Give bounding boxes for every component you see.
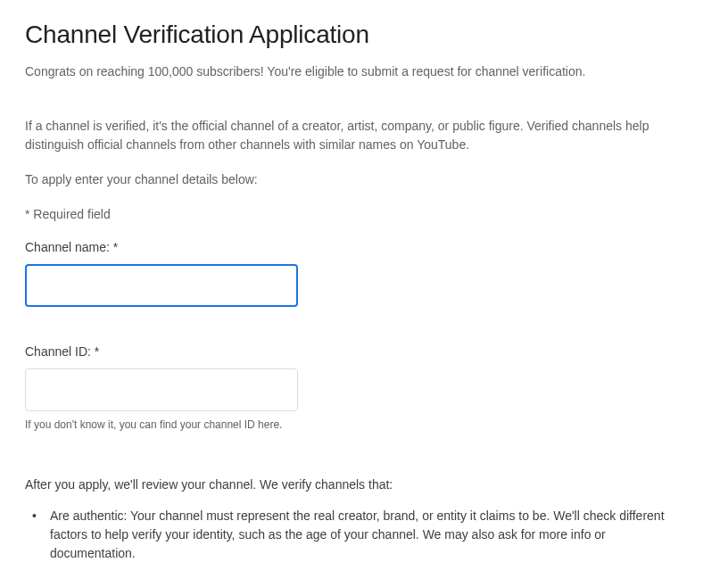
intro-text: Congrats on reaching 100,000 subscribers… bbox=[25, 62, 703, 81]
channel-name-field-group: Channel name: * bbox=[25, 238, 703, 307]
criteria-item: Are authentic: Your channel must represe… bbox=[41, 507, 667, 563]
apply-instruction: To apply enter your channel details belo… bbox=[25, 170, 703, 189]
required-field-note: * Required field bbox=[25, 205, 703, 224]
channel-name-label: Channel name: * bbox=[25, 238, 703, 257]
channel-name-input[interactable] bbox=[25, 264, 298, 307]
review-intro: After you apply, we'll review your chann… bbox=[25, 476, 703, 494]
criteria-item: Are complete: Your channel must be publi… bbox=[41, 575, 667, 579]
criteria-list: Are authentic: Your channel must represe… bbox=[25, 507, 667, 579]
channel-id-helper: If you don't know it, you can find your … bbox=[25, 417, 703, 433]
page-title: Channel Verification Application bbox=[25, 16, 703, 54]
channel-id-label: Channel ID: * bbox=[25, 343, 703, 361]
channel-id-input[interactable] bbox=[25, 368, 298, 411]
description-text: If a channel is verified, it's the offic… bbox=[25, 117, 667, 154]
channel-id-field-group: Channel ID: * bbox=[25, 343, 703, 411]
